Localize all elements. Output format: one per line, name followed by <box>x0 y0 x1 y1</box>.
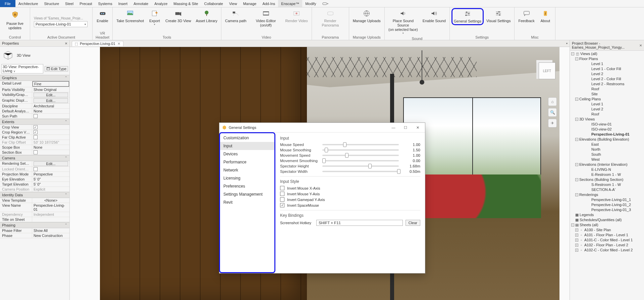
view-selector[interactable]: 3D View: Perspective-Living ∨ <box>1 64 43 73</box>
property-value[interactable]: Show Original <box>32 87 69 92</box>
tree-item[interactable]: −Renderings <box>571 192 643 197</box>
menu-insert[interactable]: Insert <box>115 0 131 7</box>
menu-manage[interactable]: Manage <box>240 0 260 7</box>
sidebar-item-revit[interactable]: Revit <box>220 198 274 206</box>
property-value[interactable]: Perspective <box>32 172 69 177</box>
expand-toggle[interactable]: − <box>575 163 578 166</box>
slider-track[interactable] <box>322 155 399 156</box>
slider-thumb[interactable] <box>368 164 372 168</box>
close-button[interactable]: ✕ <box>412 123 424 132</box>
tree-item[interactable]: E-Restroom 1 - W <box>571 172 643 177</box>
minimize-button[interactable]: — <box>387 123 399 132</box>
general-settings-button[interactable]: General Settings <box>451 8 484 25</box>
section-identity[interactable]: Identity Data⌃ <box>0 192 69 198</box>
active-view-select[interactable]: Perspective-Living-01▾ <box>34 21 88 27</box>
menu-massing-site[interactable]: Massing & Site <box>170 0 201 7</box>
property-value[interactable] <box>32 217 69 222</box>
tree-item[interactable]: −Floor Plans <box>571 56 643 61</box>
expand-toggle[interactable]: − <box>575 57 578 60</box>
property-value[interactable]: None <box>32 145 69 150</box>
about-button[interactable]: iAbout <box>537 8 553 24</box>
edit-type-button[interactable]: 🗔Edit Type <box>45 66 68 71</box>
menu-structure[interactable]: Structure <box>41 0 62 7</box>
sidebar-item-network[interactable]: Network <box>220 166 274 174</box>
enable-sound-button[interactable]: Enable Sound <box>421 8 448 24</box>
slider-track[interactable] <box>322 144 399 145</box>
slider-thumb[interactable] <box>325 148 328 152</box>
property-value[interactable]: Fine <box>33 81 69 87</box>
tree-item[interactable]: North <box>571 147 643 152</box>
property-value[interactable]: Edit... <box>32 98 69 103</box>
tree-item[interactable]: Perspective-Living-01_2 <box>571 202 643 207</box>
tree-item[interactable]: −◫ Views (all) <box>571 51 643 56</box>
sidebar-item-devices[interactable]: Devices <box>220 150 274 158</box>
slider-thumb[interactable] <box>343 142 346 147</box>
place-sound-button[interactable]: Place Sound Source(on selected face)▾ <box>386 8 420 36</box>
expand-toggle[interactable]: − <box>575 193 578 196</box>
expand-toggle[interactable]: + <box>575 234 578 237</box>
slider-track[interactable] <box>322 149 399 151</box>
clear-button[interactable]: Clear <box>406 220 420 226</box>
property-value[interactable]: 53' 10 187/256" <box>32 140 69 145</box>
tree-item[interactable]: Level 2 - Restrooms <box>571 82 643 87</box>
create-3d-view-button[interactable]: Create 3D View <box>163 8 193 24</box>
close-icon[interactable]: ✕ <box>65 42 67 45</box>
tree-item[interactable]: ISO-view-01 <box>571 122 643 127</box>
menu-precast[interactable]: Precast <box>76 0 95 7</box>
tabs-overflow[interactable]: ▾ <box>564 42 570 45</box>
sidebar-item-input[interactable]: Input <box>220 142 274 150</box>
section-graphics[interactable]: Graphics⌃ <box>0 75 69 81</box>
menu-addins[interactable]: Add-Ins <box>259 0 278 7</box>
tree-item[interactable]: Level 2 <box>571 107 643 112</box>
video-editor-button[interactable]: Video Editor (on/off) <box>249 8 283 29</box>
view-cube[interactable]: LEFT <box>536 60 556 81</box>
nav-send-button[interactable]: ✈ <box>548 119 557 128</box>
sidebar-item-settings-management[interactable]: Settings Management <box>220 190 274 198</box>
tree-item[interactable]: Site <box>571 92 643 97</box>
sidebar-item-licensing[interactable]: Licensing <box>220 174 274 182</box>
manage-uploads-button[interactable]: Manage Uploads <box>351 8 383 24</box>
take-screenshot-button[interactable]: Take Screenshot <box>114 8 146 24</box>
sidebar-item-preferences[interactable]: Preferences <box>220 182 274 190</box>
menu-analyze[interactable]: Analyze <box>151 0 170 7</box>
property-value[interactable]: ✓ <box>32 125 69 130</box>
slider-track[interactable] <box>322 165 399 167</box>
section-extents[interactable]: Extents⌃ <box>0 119 69 125</box>
tree-item[interactable]: −Sections (Building Section) <box>571 177 643 182</box>
menu-systems[interactable]: Systems <box>95 0 115 7</box>
slider-track[interactable] <box>322 171 399 172</box>
menu-collaborate[interactable]: Collaborate <box>201 0 226 7</box>
property-value[interactable]: <None> <box>32 198 69 203</box>
tree-item[interactable]: Roof <box>571 112 643 117</box>
section-camera[interactable]: Camera⌃ <box>0 155 69 161</box>
tree-item[interactable]: Level 1 - Color Fill <box>571 66 643 71</box>
tree-item[interactable]: SECTION A-A' <box>571 187 643 192</box>
expand-toggle[interactable]: − <box>575 138 578 141</box>
checkbox-invert-mouse-y-axis[interactable]: Invert Mouse Y-Axis <box>280 192 420 196</box>
slider-thumb[interactable] <box>397 169 400 174</box>
tree-item[interactable]: +▫A102-C - Color filled - Level 2 <box>571 248 643 253</box>
tree-item[interactable]: Roof <box>571 87 643 92</box>
checkbox-invert-mouse-x-axis[interactable]: Invert Mouse X-Axis <box>280 186 420 190</box>
tree-item[interactable]: ▦ Legends <box>571 212 643 217</box>
tree-item[interactable]: E-LIVING-N <box>571 167 643 172</box>
expand-toggle[interactable]: − <box>575 178 578 181</box>
expand-toggle[interactable]: − <box>571 52 574 55</box>
property-value[interactable]: ✓ <box>32 130 69 135</box>
menu-annotate[interactable]: Annotate <box>130 0 151 7</box>
nav-zoom-button[interactable]: 🔍 <box>548 108 557 117</box>
slider-track[interactable] <box>322 160 399 161</box>
property-value[interactable]: Independent <box>32 212 69 217</box>
menu-enscape[interactable]: Enscape™ <box>278 0 302 7</box>
menu-modify[interactable]: Modify <box>302 0 319 7</box>
tree-item[interactable]: ISO-view-02 <box>571 127 643 132</box>
tree-item[interactable]: Level 2 - Color Fill <box>571 77 643 82</box>
menu-view[interactable]: View <box>226 0 240 7</box>
maximize-button[interactable]: ☐ <box>399 123 412 132</box>
expand-toggle[interactable]: − <box>575 118 578 121</box>
close-icon[interactable]: ✕ <box>117 42 120 46</box>
property-value[interactable]: None <box>32 109 69 113</box>
menu-file[interactable]: File <box>0 0 15 7</box>
checkbox-invert-gamepad-y-axis[interactable]: Invert Gamepad Y-Axis <box>280 197 420 202</box>
render-video-button[interactable]: Render Video <box>283 8 310 24</box>
